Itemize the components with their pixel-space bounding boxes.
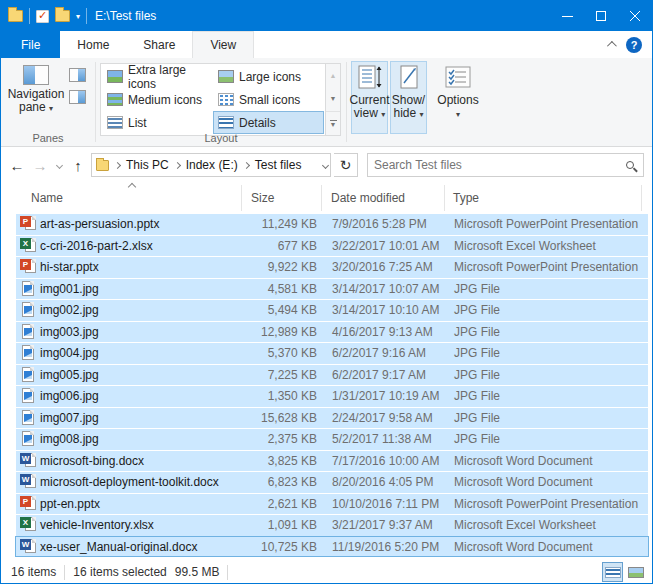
file-name: c-cri-2016-part-2.xlsx bbox=[40, 236, 153, 256]
file-date: 3/21/2017 9:37 AM bbox=[332, 515, 433, 535]
file-date: 7/17/2016 10:00 AM bbox=[332, 451, 439, 471]
navigation-pane-icon bbox=[23, 65, 49, 85]
column-header-date[interactable]: Date modified bbox=[331, 191, 405, 205]
jpg-file-icon bbox=[20, 388, 36, 404]
breadcrumb-item[interactable]: Test files bbox=[251, 158, 306, 172]
breadcrumb-separator-icon[interactable] bbox=[114, 161, 121, 168]
maximize-button[interactable] bbox=[584, 1, 618, 31]
column-divider[interactable] bbox=[321, 185, 322, 211]
column-divider[interactable] bbox=[241, 185, 242, 211]
file-row[interactable]: img003.jpg12,989 KB4/16/2017 9:13 AMJPG … bbox=[15, 321, 649, 343]
details-view-icon bbox=[605, 567, 621, 578]
file-row[interactable]: img008.jpg2,375 KB5/2/2017 11:38 AMJPG F… bbox=[15, 428, 649, 450]
file-row[interactable]: Pppt-en.pptx2,621 KB10/10/2016 7:11 PMMi… bbox=[15, 493, 649, 515]
explorer-window: ▾ E:\Test files File Home Share View ? N… bbox=[0, 0, 653, 584]
file-date: 3/20/2016 7:25 AM bbox=[332, 257, 433, 277]
breadcrumb-separator-icon[interactable] bbox=[174, 161, 181, 168]
ic-xl-icon bbox=[107, 70, 123, 83]
show-hide-button[interactable]: Show/hide ▾ bbox=[390, 61, 427, 134]
minimize-ribbon-icon[interactable] bbox=[607, 41, 617, 51]
layout-option-large-icons[interactable]: Large icons bbox=[213, 65, 324, 88]
file-row[interactable]: img002.jpg5,494 KB3/14/2017 10:10 AMJPG … bbox=[15, 299, 649, 321]
file-row[interactable]: img007.jpg15,628 KB2/24/2017 9:58 AMJPG … bbox=[15, 407, 649, 429]
layout-option-details[interactable]: Details bbox=[213, 111, 324, 134]
column-divider[interactable] bbox=[641, 185, 642, 211]
details-pane-button[interactable] bbox=[69, 90, 86, 104]
back-button[interactable]: ← bbox=[7, 154, 27, 176]
file-date: 6/2/2017 9:16 AM bbox=[332, 343, 426, 363]
tab-home[interactable]: Home bbox=[60, 31, 126, 58]
breadcrumb-item[interactable]: Index (E:) bbox=[182, 158, 242, 172]
search-input[interactable]: Search Test files bbox=[367, 153, 644, 177]
layout-option-medium-icons[interactable]: Medium icons bbox=[102, 88, 213, 111]
file-date: 10/10/2016 7:11 PM bbox=[332, 494, 439, 514]
file-row[interactable]: Phi-star.pptx9,922 KB3/20/2016 7:25 AMMi… bbox=[15, 256, 649, 278]
help-icon[interactable]: ? bbox=[626, 37, 642, 53]
file-row[interactable]: img004.jpg5,370 KB6/2/2017 9:16 AMJPG Fi… bbox=[15, 342, 649, 364]
gallery-scroll-down-icon[interactable]: ▼ bbox=[326, 87, 340, 110]
close-button[interactable] bbox=[618, 1, 652, 31]
tab-view[interactable]: View bbox=[192, 31, 254, 58]
file-row[interactable]: img005.jpg7,225 KB6/2/2017 9:17 AMJPG Fi… bbox=[15, 364, 649, 386]
column-header-size[interactable]: Size bbox=[251, 191, 274, 205]
tab-share[interactable]: Share bbox=[126, 31, 192, 58]
file-row[interactable]: img006.jpg1,350 KB1/31/2017 10:19 AMJPG … bbox=[15, 385, 649, 407]
layout-option-extra-large-icons[interactable]: Extra large icons bbox=[102, 65, 213, 88]
tab-file[interactable]: File bbox=[1, 31, 60, 58]
file-date: 4/16/2017 9:13 AM bbox=[332, 322, 433, 342]
file-row[interactable]: Wxe-user_Manual-original.docx10,725 KB11… bbox=[15, 536, 649, 558]
column-header-name[interactable]: Name bbox=[31, 191, 63, 205]
ppt-file-icon: P bbox=[20, 496, 36, 512]
new-folder-icon[interactable] bbox=[55, 10, 70, 22]
file-type: JPG File bbox=[454, 365, 500, 385]
file-name: img006.jpg bbox=[40, 386, 99, 406]
breadcrumb[interactable]: This PCIndex (E:)Test files bbox=[91, 153, 331, 177]
file-size: 11,249 KB bbox=[232, 214, 317, 234]
selected-count: 16 items selected bbox=[73, 565, 166, 579]
address-dropdown-icon[interactable] bbox=[322, 161, 329, 168]
file-type: Microsoft Word Document bbox=[454, 451, 593, 471]
options-button[interactable]: Options▾ bbox=[436, 61, 480, 134]
selected-size: 99.5 MB bbox=[175, 565, 220, 579]
layout-option-list[interactable]: List bbox=[102, 111, 213, 134]
minimize-button[interactable] bbox=[550, 1, 584, 31]
file-size: 2,621 KB bbox=[232, 494, 317, 514]
file-name: img002.jpg bbox=[40, 300, 99, 320]
refresh-button[interactable]: ↻ bbox=[334, 153, 358, 177]
navigation-pane-button[interactable]: Navigation pane ▾ bbox=[7, 62, 65, 132]
file-row[interactable]: Xc-cri-2016-part-2.xlsx677 KB3/22/2017 1… bbox=[15, 235, 649, 257]
breadcrumb-item[interactable]: This PC bbox=[122, 158, 173, 172]
file-row[interactable]: Wmicrosoft-deployment-toolkit.docx6,823 … bbox=[15, 471, 649, 493]
history-dropdown-icon[interactable] bbox=[53, 154, 65, 176]
file-date: 1/31/2017 10:19 AM bbox=[332, 386, 439, 406]
layout-option-label: List bbox=[128, 116, 147, 130]
details-view-button[interactable] bbox=[602, 562, 623, 582]
file-row[interactable]: Xvehicle-Inventory.xlsx1,091 KB3/21/2017… bbox=[15, 514, 649, 536]
search-icon[interactable] bbox=[626, 161, 634, 169]
thumbnail-view-button[interactable] bbox=[625, 562, 646, 582]
divider bbox=[29, 8, 30, 24]
gallery-scroll-up-icon[interactable]: ▲ bbox=[326, 64, 340, 87]
properties-icon[interactable] bbox=[36, 10, 49, 23]
file-size: 15,628 KB bbox=[232, 408, 317, 428]
layout-option-small-icons[interactable]: Small icons bbox=[213, 88, 324, 111]
item-count: 16 items bbox=[11, 565, 56, 579]
current-view-icon bbox=[356, 64, 384, 92]
file-row[interactable]: Part-as-persuasion.pptx11,249 KB7/9/2016… bbox=[15, 213, 649, 235]
column-divider[interactable] bbox=[444, 185, 445, 211]
current-view-button[interactable]: Currentview ▾ bbox=[351, 61, 388, 134]
file-date: 6/2/2017 9:17 AM bbox=[332, 365, 426, 385]
file-row[interactable]: Wmicrosoft-bing.docx3,825 KB7/17/2016 10… bbox=[15, 450, 649, 472]
forward-button[interactable]: → bbox=[30, 154, 50, 176]
file-date: 3/14/2017 10:07 AM bbox=[332, 279, 439, 299]
jpg-file-icon bbox=[20, 324, 36, 340]
up-button[interactable]: ↑ bbox=[68, 154, 88, 176]
location-folder-icon bbox=[96, 160, 109, 171]
file-row[interactable]: img001.jpg4,581 KB3/14/2017 10:07 AMJPG … bbox=[15, 278, 649, 300]
ic-sm-icon bbox=[218, 93, 234, 106]
preview-pane-button[interactable] bbox=[69, 68, 86, 82]
divider bbox=[86, 8, 87, 24]
column-header-type[interactable]: Type bbox=[453, 191, 479, 205]
breadcrumb-separator-icon[interactable] bbox=[243, 161, 250, 168]
customize-qat-icon[interactable]: ▾ bbox=[76, 12, 80, 21]
